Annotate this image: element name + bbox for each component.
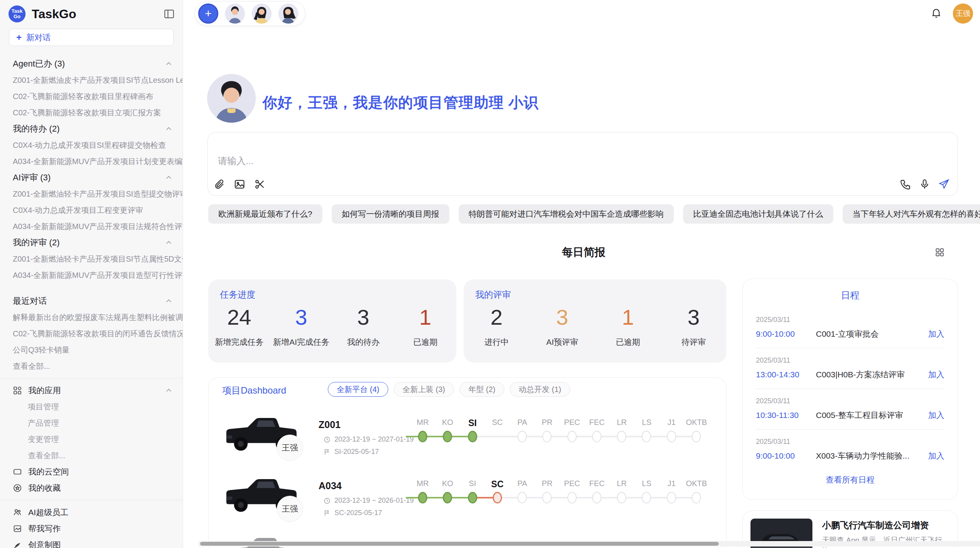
schedule-entry: 2025/03/11 13:00-14:30 C003|H0B-方案冻结评审 加…: [756, 356, 944, 380]
add-session-button[interactable]: +: [198, 3, 218, 24]
filter-tab[interactable]: 全新上装 (3): [394, 382, 454, 397]
notifications-bell-icon[interactable]: [930, 7, 942, 19]
sidebar-item-ai-employee[interactable]: AI超级员工: [0, 504, 183, 521]
chevron-up-icon[interactable]: [165, 125, 173, 133]
section-header-my-apps[interactable]: 我的应用: [0, 382, 183, 399]
chevron-up-icon[interactable]: [165, 60, 173, 68]
project-row[interactable]: 王强 A034 2023-12-19 ~ 2026-01-19 SC-2025-…: [209, 472, 726, 533]
filter-tab[interactable]: 全新平台 (4): [328, 382, 388, 397]
image-doc-icon: [13, 524, 23, 533]
milestone-timeline: [410, 492, 709, 503]
user-avatar[interactable]: 王强: [953, 3, 973, 24]
voice-call-icon[interactable]: [899, 178, 911, 190]
list-item[interactable]: C0X4-动力总成开发项目SI里程碑提交物检查: [0, 137, 183, 153]
section-header-my-todo[interactable]: 我的待办 (2): [0, 121, 183, 137]
entry-date: 2025/03/11: [756, 316, 944, 324]
view-all-schedule-link[interactable]: 查看所有日程: [743, 474, 958, 485]
section-header-ai-review[interactable]: AI评审 (3): [0, 170, 183, 186]
schedule-entry: 2025/03/11 9:00-10:00 C001-立项审批会 加入: [756, 316, 944, 339]
image-upload-icon[interactable]: [234, 178, 245, 190]
chevron-up-icon[interactable]: [165, 174, 173, 182]
assistant-avatar: [207, 74, 256, 123]
suggestion-chip[interactable]: 当下年轻人对汽车外观有怎样的喜好趋势: [843, 204, 980, 224]
sidebar-item-creative-draw[interactable]: 创意制图: [0, 537, 183, 548]
dashboard-title: 项目Dashboard: [222, 384, 286, 397]
chevron-up-icon[interactable]: [165, 297, 173, 305]
suggestion-chip[interactable]: 欧洲新规最近颁布了什么?: [208, 204, 322, 224]
divider: [0, 378, 183, 378]
sidebar-item-favorites[interactable]: 我的收藏: [0, 480, 183, 496]
chevron-up-icon[interactable]: [165, 239, 173, 247]
collapse-sidebar-icon[interactable]: [163, 8, 175, 20]
horizontal-scrollbar-thumb[interactable]: [200, 542, 719, 546]
list-item[interactable]: Z001-全新燃油皮卡产品开发项目SI节点Lesson Learn报告: [0, 72, 183, 88]
stat-value: 3: [529, 303, 595, 331]
schedule-card: 日程 2025/03/11 9:00-10:00 C001-立项审批会 加入 2…: [742, 279, 958, 500]
suggestion-chip[interactable]: 如何写一份清晰的项目周报: [332, 204, 449, 224]
section-header-agent-done[interactable]: Agent已办 (3): [0, 56, 183, 72]
join-link[interactable]: 加入: [928, 410, 944, 421]
list-item[interactable]: A034-全新新能源MUV产品开发项目计划变更表编写: [0, 153, 183, 170]
microphone-icon[interactable]: [919, 178, 930, 190]
project-code: A034: [319, 480, 342, 491]
my-review-card: 我的评审 2进行中 3AI预评审 1已逾期 3待评审: [464, 279, 726, 363]
avatar[interactable]: [252, 3, 272, 24]
sidebar-item-project-mgmt[interactable]: 项目管理: [0, 399, 183, 415]
stat-value: 1: [595, 303, 661, 331]
milestone-labels: MRKOSISCPAPRPECFECLRLSJ1OKTB: [410, 479, 709, 490]
join-link[interactable]: 加入: [928, 329, 944, 339]
project-row[interactable]: 王强 Z001 2023-12-19 ~ 2027-01-19 SI-2025-…: [209, 411, 726, 472]
scissors-icon[interactable]: [254, 178, 266, 190]
sidebar-item-change-mgmt[interactable]: 变更管理: [0, 431, 183, 447]
view-all-chats[interactable]: 查看全部...: [0, 358, 183, 374]
sidebar-item-help-write[interactable]: 帮我写作: [0, 521, 183, 537]
suggestion-chip[interactable]: 特朗普可能对进口汽车增税会对中国车企造成哪些影响: [459, 204, 674, 224]
chat-composer: [207, 132, 958, 196]
send-icon[interactable]: [938, 178, 950, 190]
entry-date: 2025/03/11: [756, 356, 944, 365]
layout-toggle-icon[interactable]: [934, 247, 945, 258]
stat-label: 新增完成任务: [208, 337, 270, 348]
list-item[interactable]: Z001-全新燃油轻卡产品开发项目SI造型提交物评审: [0, 186, 183, 202]
schedule-title: 日程: [743, 289, 958, 301]
sidebar-item-cloud-space[interactable]: 我的云空间: [0, 464, 183, 480]
filter-tab[interactable]: 动总开发 (1): [510, 382, 570, 397]
stat-label: 新增AI完成任务: [270, 337, 332, 348]
chat-input[interactable]: [218, 156, 760, 166]
attachment-icon[interactable]: [214, 178, 225, 190]
join-link[interactable]: 加入: [928, 369, 944, 380]
section-header-recent-chats[interactable]: 最近对话: [0, 293, 183, 309]
card-title: 我的评审: [475, 289, 511, 301]
list-item[interactable]: 解释最新出台的欧盟报废车法规再生塑料比例被调至15%...: [0, 309, 183, 325]
divider: [756, 389, 944, 389]
list-item[interactable]: Z001-全新燃油轻卡产品开发项目SI节点属性5D文件评审: [0, 251, 183, 267]
list-item[interactable]: A034-全新新能源MUV产品开发项目造型可行性评审: [0, 267, 183, 283]
join-link[interactable]: 加入: [928, 450, 944, 461]
suggestion-chip[interactable]: 比亚迪全固态电池计划具体说了什么: [683, 204, 833, 224]
chevron-up-icon[interactable]: [165, 387, 173, 394]
section-header-my-review[interactable]: 我的评审 (2): [0, 235, 183, 251]
project-dates: 2023-12-19 ~ 2026-01-19: [334, 497, 414, 505]
entry-name: X003-车辆动力学性能验...: [816, 450, 928, 461]
news-title: 小鹏飞行汽车制造公司增资: [822, 519, 929, 531]
avatar[interactable]: [225, 3, 245, 24]
stat-label: 已逾期: [394, 337, 456, 348]
list-item[interactable]: A034-全新新能源MUV产品开发项目法规符合性评审: [0, 218, 183, 235]
list-item[interactable]: C02-飞腾新能源轻客改款项目里程碑画布: [0, 88, 183, 104]
app-title: TaskGo: [32, 7, 163, 21]
apps-grid-icon: [13, 386, 23, 395]
new-chat-button[interactable]: + 新对话: [9, 29, 174, 46]
sidebar-item-product-mgmt[interactable]: 产品管理: [0, 415, 183, 431]
filter-tab[interactable]: 年型 (2): [459, 382, 504, 397]
list-item[interactable]: 公司Q3轻卡销量: [0, 342, 183, 358]
entry-name: C003|H0B-方案冻结评审: [816, 369, 928, 380]
view-all-apps[interactable]: 查看全部...: [0, 447, 183, 464]
entry-time: 13:00-14:30: [756, 370, 816, 379]
avatar[interactable]: [278, 3, 298, 24]
project-owner-badge: 王强: [277, 496, 303, 522]
list-item[interactable]: C02-飞腾新能源轻客改款项目立项汇报方案: [0, 104, 183, 121]
project-code: Z001: [319, 419, 341, 430]
list-item[interactable]: C0X4-动力总成开发项目工程变更评审: [0, 202, 183, 218]
list-item[interactable]: C02-飞腾新能源轻客改款项目的闭环通告反馈情况: [0, 325, 183, 342]
stat-value: 2: [464, 303, 529, 331]
